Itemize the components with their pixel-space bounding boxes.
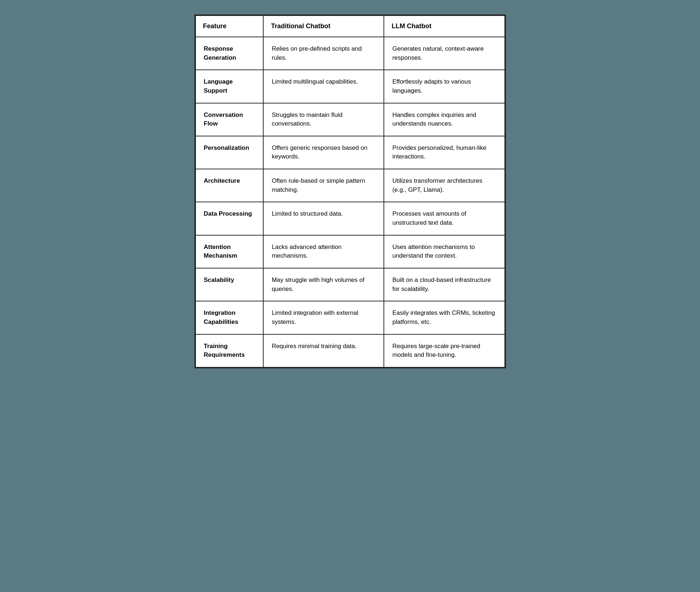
cell-llm-6: Uses attention mechanisms to understand … [384,235,504,268]
cell-llm-7: Built on a cloud-based infrastructure fo… [384,268,504,301]
cell-llm-2: Handles complex inquiries and understand… [384,103,504,136]
cell-traditional-3: Offers generic responses based on keywor… [263,136,384,169]
cell-feature-4: Architecture [196,169,264,202]
cell-llm-1: Effortlessly adapts to various languages… [384,70,504,103]
cell-traditional-8: Limited integration with external system… [263,301,384,334]
cell-llm-5: Processes vast amounts of unstructured t… [384,202,504,235]
cell-feature-7: Scalability [196,268,264,301]
header-llm: LLM Chatbot [384,16,504,37]
comparison-table-container: Feature Traditional Chatbot LLM Chatbot … [194,14,506,368]
cell-feature-3: Personalization [196,136,264,169]
table-row: Response GenerationRelies on pre-defined… [196,37,505,70]
cell-traditional-2: Struggles to maintain fluid conversation… [263,103,384,136]
cell-feature-5: Data Processing [196,202,264,235]
cell-traditional-1: Limited multilingual capabilities. [263,70,384,103]
cell-llm-0: Generates natural, context-aware respons… [384,37,504,70]
table-row: Data ProcessingLimited to structured dat… [196,202,505,235]
table-row: ScalabilityMay struggle with high volume… [196,268,505,301]
cell-traditional-4: Often rule-based or simple pattern match… [263,169,384,202]
cell-llm-3: Provides personalized, human-like intera… [384,136,504,169]
cell-traditional-0: Relies on pre-defined scripts and rules. [263,37,384,70]
table-row: Language SupportLimited multilingual cap… [196,70,505,103]
cell-traditional-5: Limited to structured data. [263,202,384,235]
comparison-table: Feature Traditional Chatbot LLM Chatbot … [195,15,505,368]
cell-llm-4: Utilizes transformer architectures (e.g.… [384,169,504,202]
table-header-row: Feature Traditional Chatbot LLM Chatbot [196,16,505,37]
cell-llm-8: Easily integrates with CRMs, ticketing p… [384,301,504,334]
header-feature: Feature [196,16,264,37]
cell-feature-1: Language Support [196,70,264,103]
header-traditional: Traditional Chatbot [263,16,384,37]
cell-feature-2: Conversation Flow [196,103,264,136]
table-row: ArchitectureOften rule-based or simple p… [196,169,505,202]
table-row: Training RequirementsRequires minimal tr… [196,334,505,367]
cell-traditional-6: Lacks advanced attention mechanisms. [263,235,384,268]
cell-feature-6: Attention Mechanism [196,235,264,268]
cell-traditional-7: May struggle with high volumes of querie… [263,268,384,301]
cell-feature-0: Response Generation [196,37,264,70]
table-row: Conversation FlowStruggles to maintain f… [196,103,505,136]
cell-feature-9: Training Requirements [196,334,264,367]
table-row: Integration CapabilitiesLimited integrat… [196,301,505,334]
cell-feature-8: Integration Capabilities [196,301,264,334]
table-row: PersonalizationOffers generic responses … [196,136,505,169]
cell-traditional-9: Requires minimal training data. [263,334,384,367]
table-row: Attention MechanismLacks advanced attent… [196,235,505,268]
cell-llm-9: Requires large-scale pre-trained models … [384,334,504,367]
